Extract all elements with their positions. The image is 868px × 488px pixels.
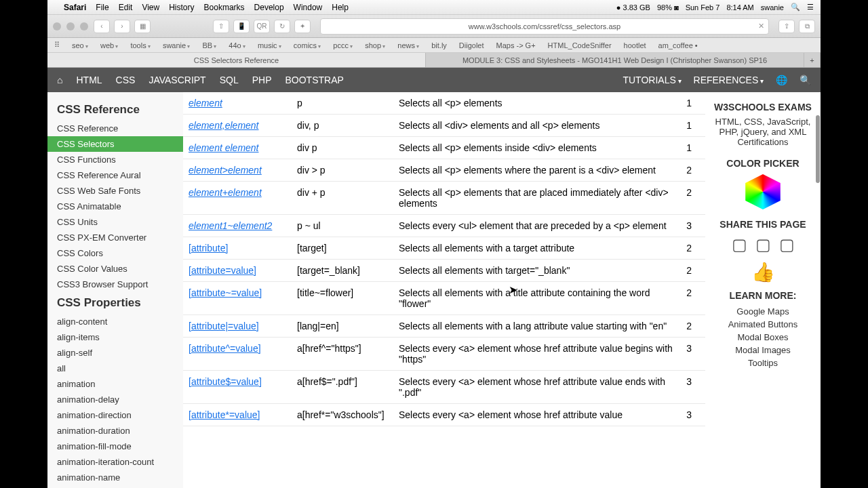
fav-swanie[interactable]: swanie <box>163 41 190 49</box>
url-bar[interactable]: www.w3schools.com/cssref/css_selectors.a… <box>320 18 769 35</box>
tabs-icon[interactable]: ⧉ <box>799 20 815 33</box>
selector-link[interactable]: [attribute] <box>189 243 228 253</box>
sidebar-item[interactable]: animation <box>47 376 183 392</box>
back-button[interactable]: ‹ <box>94 20 110 33</box>
grid-icon[interactable]: ⠿ <box>54 41 60 49</box>
learn-link[interactable]: Modal Images <box>711 344 815 357</box>
scrollbar[interactable] <box>816 115 820 183</box>
selector-link[interactable]: element>element <box>189 165 262 176</box>
fav-bitly[interactable]: bit.ly <box>431 41 447 49</box>
new-tab-button[interactable]: + <box>804 53 821 67</box>
sidebar-item-selectors[interactable]: CSS Selectors <box>47 136 183 152</box>
colorpicker-icon[interactable] <box>743 174 783 209</box>
share-icon[interactable]: ⇪ <box>778 20 795 33</box>
tab-2[interactable]: MODULE 3: CSS and Stylesheets - MGO141H1… <box>426 53 804 67</box>
menu-view[interactable]: View <box>142 3 159 12</box>
selector-link[interactable]: element,element <box>189 120 259 131</box>
selector-link[interactable]: [attribute=value] <box>189 265 256 276</box>
selector-link[interactable]: element <box>189 98 222 108</box>
nav-js[interactable]: JAVASCRIPT <box>149 75 205 85</box>
facebook-icon[interactable]: ▢ <box>732 235 747 254</box>
ext-button[interactable]: ✦ <box>294 20 311 33</box>
minimize-button[interactable] <box>66 22 75 30</box>
nav-css[interactable]: CSS <box>116 75 136 85</box>
app-name[interactable]: Safari <box>64 3 86 12</box>
sidebar-item[interactable]: animation-direction <box>47 407 183 423</box>
share-button[interactable]: ⇧ <box>213 20 229 33</box>
stop-icon[interactable]: ✕ <box>758 22 764 30</box>
fav-web[interactable]: web <box>100 41 118 49</box>
sidebar-item[interactable]: align-items <box>47 329 183 345</box>
fav-sniffer[interactable]: HTML_CodeSniffer <box>548 41 612 49</box>
learn-link[interactable]: Animated Buttons <box>711 318 815 331</box>
selector-link[interactable]: [attribute~=value] <box>189 287 262 298</box>
fav-tools[interactable]: tools <box>130 41 150 49</box>
fav-hootlet[interactable]: hootlet <box>624 41 646 49</box>
sidebar-item[interactable]: CSS3 Browser Support <box>47 277 183 292</box>
selector-link[interactable]: element+element <box>189 187 262 198</box>
forward-button[interactable]: › <box>114 20 130 33</box>
user[interactable]: swanie <box>761 3 784 12</box>
tab-1[interactable]: CSS Selectors Reference <box>47 53 426 67</box>
home-icon[interactable]: ⌂ <box>57 75 62 85</box>
twitter-icon[interactable]: ▢ <box>755 235 771 254</box>
nav-bootstrap[interactable]: BOOTSTRAP <box>285 75 343 85</box>
menu-file[interactable]: File <box>96 3 108 12</box>
globe-icon[interactable]: 🌐 <box>776 75 787 85</box>
references-dropdown[interactable]: REFERENCES <box>694 75 764 85</box>
sidebar-item[interactable]: CSS Reference <box>47 121 183 136</box>
menu-bookmarks[interactable]: Bookmarks <box>204 3 245 12</box>
learn-link[interactable]: Modal Boxes <box>711 331 815 344</box>
sidebar-item[interactable]: CSS PX-EM Converter <box>47 230 183 245</box>
zoom-button[interactable] <box>80 22 88 30</box>
search-icon[interactable]: 🔍 <box>791 3 800 12</box>
selector-link[interactable]: element element <box>189 142 259 153</box>
sidebar-item[interactable]: CSS Web Safe Fonts <box>47 183 183 199</box>
fav-bb[interactable]: BB <box>202 41 216 49</box>
menu-develop[interactable]: Develop <box>254 3 284 12</box>
sidebar-item[interactable]: animation-delay <box>47 392 183 407</box>
close-button[interactable] <box>53 22 61 30</box>
fav-music[interactable]: music <box>258 41 281 49</box>
fav-maps[interactable]: Maps -> G+ <box>496 41 536 49</box>
reload-button[interactable]: ↻ <box>274 20 290 33</box>
sidebar-item[interactable]: align-content <box>47 314 183 329</box>
menu-edit[interactable]: Edit <box>119 3 133 12</box>
tutorials-dropdown[interactable]: TUTORIALS <box>623 75 681 85</box>
menu-icon[interactable]: ☰ <box>807 3 814 12</box>
nav-php[interactable]: PHP <box>252 75 272 85</box>
selector-link[interactable]: [attribute*=value] <box>189 409 260 420</box>
gplus-icon[interactable]: ▢ <box>779 235 795 254</box>
sidebar-item[interactable]: CSS Color Values <box>47 261 183 277</box>
menu-window[interactable]: Window <box>294 3 323 12</box>
sidebar-item[interactable]: CSS Animatable <box>47 199 183 214</box>
sidebar-item[interactable]: all <box>47 361 183 376</box>
fav-diigolet[interactable]: Diigolet <box>459 41 484 49</box>
sidebar-item[interactable]: CSS Units <box>47 214 183 230</box>
selector-link[interactable]: [attribute^=value] <box>189 343 261 354</box>
sidebar-item[interactable]: CSS Reference Aural <box>47 167 183 183</box>
fav-shop[interactable]: shop <box>365 41 385 49</box>
sidebar-item[interactable]: animation-name <box>47 470 183 485</box>
sidebar-item[interactable]: CSS Functions <box>47 152 183 167</box>
thumbs-up-icon[interactable]: 👍 <box>711 261 815 283</box>
selector-link[interactable]: [attribute$=value] <box>189 376 262 387</box>
fav-news[interactable]: news <box>397 41 419 49</box>
sidebar-button[interactable]: ▦ <box>134 20 151 33</box>
fav-comics[interactable]: comics <box>294 41 321 49</box>
sidebar-item[interactable]: CSS Colors <box>47 245 183 261</box>
selector-link[interactable]: [attribute|=value] <box>189 321 259 331</box>
sidebar-item[interactable]: animation-iteration-count <box>47 454 183 470</box>
fav-coffee[interactable]: am_coffee • <box>658 41 698 49</box>
sidebar-item[interactable]: align-self <box>47 345 183 361</box>
reader-button[interactable]: 📱 <box>233 20 250 33</box>
menu-history[interactable]: History <box>169 3 194 12</box>
search-icon[interactable]: 🔍 <box>800 75 811 85</box>
nav-sql[interactable]: SQL <box>220 75 239 85</box>
menu-help[interactable]: Help <box>332 3 349 12</box>
selector-link[interactable]: element1~element2 <box>189 220 272 231</box>
sidebar-item[interactable]: animation-fill-mode <box>47 439 183 454</box>
fav-seo[interactable]: seo <box>72 41 88 49</box>
learn-link[interactable]: Tooltips <box>711 357 815 369</box>
qr-button[interactable]: QR <box>254 20 270 33</box>
